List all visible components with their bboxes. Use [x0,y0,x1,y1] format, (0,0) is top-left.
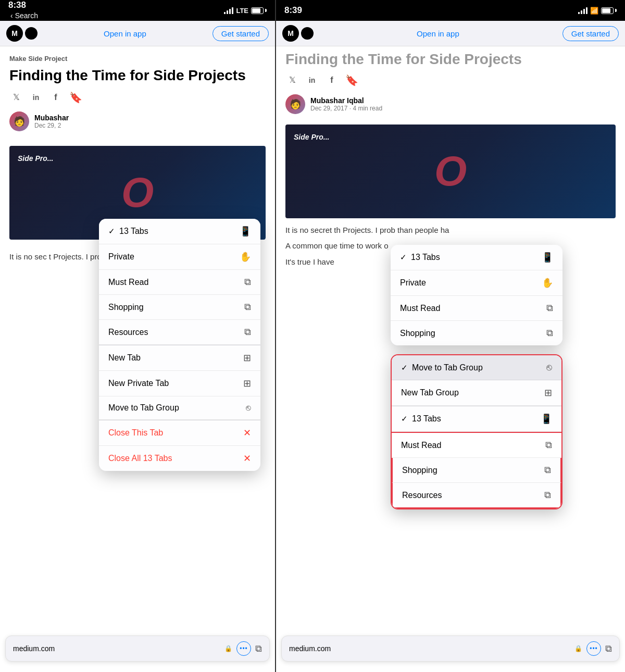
facebook-icon[interactable]: f [49,91,63,104]
right-menu-item-shopping-top[interactable]: Shopping ⧉ [391,321,562,345]
private-tab-icon: ⊞ [243,378,251,389]
author-row: 🧑 Mubashar Dec 29, 2 [9,111,266,131]
right-main-menu: ✓ 13 Tabs 📱 Private ✋ Must Read ⧉ Shoppi… [391,245,562,345]
menu-item-13tabs[interactable]: ✓ 13 Tabs 📱 [99,219,260,244]
wifi-icon: 📶 [590,7,598,15]
right-author-name: Mubashar Iqbal [310,96,616,105]
more-button[interactable]: ••• [236,641,251,656]
menu-item-move-group-label: Move to Tab Group [108,403,179,413]
right-menu-item-13tabs[interactable]: ✓ 13 Tabs 📱 [391,245,562,270]
right-checkmark-icon: ✓ [400,253,407,262]
right-excerpt-1: It is no secret th Projects. I prob than… [285,225,616,237]
menu-item-resources-label: Resources [108,328,148,337]
right-medium-logo: M [282,25,314,42]
right-submenu-move-group[interactable]: ✓ Move to Tab Group ⎋ [392,355,561,380]
right-menu-item-private[interactable]: Private ✋ [391,270,562,296]
right-article-image-container: Side Pro... O [285,125,616,218]
right-time: 8:39 [284,5,302,16]
left-phone-panel: 8:38 ‹ Search LTE M [0,0,276,672]
right-browser-bottom: medium.com 🔒 ••• ⧉ [281,636,620,662]
author-date: Dec 29, 2 [34,122,266,129]
right-submenu-copy-shopping: ⧉ [544,465,551,476]
signal-bars-icon [224,7,233,14]
ellipsis-icon: ••• [240,645,248,652]
right-linkedin-icon[interactable]: in [305,73,319,87]
menu-item-new-private-tab[interactable]: New Private Tab ⊞ [99,371,260,396]
right-battery-icon [601,7,617,14]
left-status-bar: 8:38 ‹ Search LTE [0,0,275,21]
close-all-x-icon: ✕ [243,453,251,464]
checkmark-icon: ✓ [108,227,115,236]
right-copy-icon-mustread: ⧉ [546,303,553,314]
right-submenu-13tabs-check: ✓ [401,414,408,424]
menu-item-move-group[interactable]: ➤ Move to Tab Group ⎋ [99,396,260,420]
right-article-title-partial: Finding the Time for Side Projects [285,46,616,73]
left-time: 8:38 [8,0,26,10]
copy-page-button[interactable]: ⧉ [255,643,262,654]
right-author-date: Dec 29, 2017 · 4 min read [310,105,616,112]
menu-item-close-all[interactable]: Close All 13 Tabs ✕ [99,446,260,471]
article-image-decoration: O [121,172,154,214]
right-submenu-copy-resources: ⧉ [544,490,551,501]
linkedin-icon[interactable]: in [29,91,43,104]
right-status-bar: 8:39 📶 [276,0,625,21]
right-author-avatar: 🧑 [285,94,305,114]
right-sub-menu: ✓ Move to Tab Group ⎋ New Tab Group ⊞ ✓ … [391,354,562,509]
article-title: Finding the Time for Side Projects [9,67,266,84]
menu-item-close-tab[interactable]: Close This Tab ✕ [99,420,260,446]
menu-item-resources[interactable]: Resources ⧉ [99,320,260,345]
right-more-button[interactable]: ••• [586,641,601,656]
menu-item-new-tab[interactable]: New Tab ⊞ [99,345,260,371]
right-image-overlay-label: Side Pro... [294,133,329,141]
menu-item-shopping[interactable]: Shopping ⧉ [99,295,260,320]
right-submenu-13tabs[interactable]: ✓ 13 Tabs 📱 [392,406,561,432]
right-submenu-shopping-label: Shopping [402,466,438,475]
right-menu-13tabs-label: ✓ 13 Tabs [400,253,440,262]
right-social-author: 𝕏 in f 🔖 🧑 Mubashar Iqbal Dec 29, 2017 ·… [276,73,625,125]
right-bookmark-icon[interactable]: 🔖 [345,73,358,87]
hand-icon: ✋ [240,251,251,263]
right-medium-logo-dot [301,27,314,40]
twitter-icon[interactable]: 𝕏 [9,91,23,104]
menu-item-new-private-tab-label: New Private Tab [108,379,169,388]
medium-logo: M [6,25,38,42]
author-info: Mubashar Dec 29, 2 [34,114,266,129]
right-submenu-copy-mustread: ⧉ [545,440,552,451]
open-in-app-button[interactable]: Open in app [104,29,146,38]
close-x-icon: ✕ [243,427,251,439]
right-submenu-resources[interactable]: Resources ⧉ [392,483,561,508]
url-text: medium.com [13,644,220,653]
right-medium-logo-circle: M [282,25,299,42]
right-facebook-icon[interactable]: f [325,73,339,87]
right-status-icons: 📶 [578,7,617,15]
right-submenu-must-read[interactable]: Must Read ⧉ [392,432,561,458]
menu-item-private-label: Private [108,252,134,262]
medium-logo-dot [25,27,38,40]
menu-item-private[interactable]: Private ✋ [99,244,260,270]
copy-icon-resources: ⧉ [244,327,251,338]
article-category: Make Side Project [9,55,266,63]
get-started-button[interactable]: Get started [213,26,269,41]
menu-item-must-read[interactable]: Must Read ⧉ [99,270,260,295]
menu-item-close-tab-label: Close This Tab [108,428,163,438]
bookmark-icon[interactable]: 🔖 [69,91,82,104]
left-browser-bottom: medium.com 🔒 ••• ⧉ [5,636,270,662]
right-submenu-13tabs-label: ✓ 13 Tabs [401,414,441,424]
right-menu-item-must-read-top[interactable]: Must Read ⧉ [391,296,562,321]
right-submenu-new-tab-group[interactable]: New Tab Group ⊞ [392,380,561,406]
battery-icon [251,7,267,14]
back-arrow-icon: ‹ [10,11,13,20]
right-browser-header: M Open in app Get started [276,21,625,46]
right-menu-shopping-top-label: Shopping [400,329,435,338]
right-hand-icon: ✋ [542,277,553,289]
right-get-started-button[interactable]: Get started [562,26,619,41]
author-avatar: 🧑 [9,111,29,131]
left-back-nav[interactable]: ‹ Search [8,10,42,21]
lock-icon: 🔒 [224,645,232,652]
right-submenu-shopping[interactable]: Shopping ⧉ [392,458,561,483]
right-twitter-icon[interactable]: 𝕏 [285,73,299,87]
right-submenu-resources-label: Resources [402,491,442,500]
right-social-row: 𝕏 in f 🔖 [285,73,616,87]
right-copy-page-button[interactable]: ⧉ [605,643,612,654]
right-open-in-app-button[interactable]: Open in app [417,29,459,38]
